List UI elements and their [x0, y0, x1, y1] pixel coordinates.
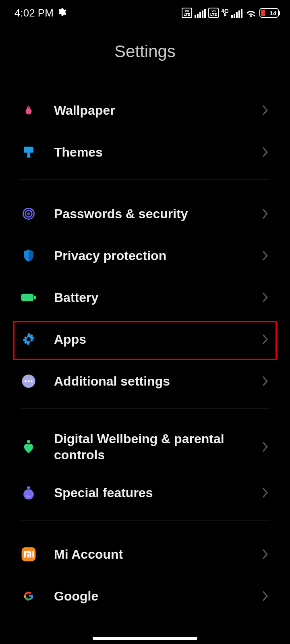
row-label: Passwords & security: [54, 206, 260, 222]
svg-point-9: [27, 337, 31, 341]
row-label: Digital Wellbeing & parental controls: [54, 431, 260, 463]
svg-rect-1: [24, 147, 33, 153]
row-google[interactable]: Google: [0, 575, 290, 617]
row-label: Wallpaper: [54, 102, 260, 118]
svg-point-14: [27, 440, 31, 444]
row-label: Additional settings: [54, 373, 260, 389]
home-indicator[interactable]: [93, 637, 197, 640]
chevron-right-icon: [260, 209, 270, 219]
flask-icon: [20, 484, 37, 501]
chevron-right-icon: [260, 488, 270, 497]
signal-bars-icon: [195, 8, 206, 18]
row-special[interactable]: Special features: [0, 472, 290, 514]
gear-icon: [20, 331, 37, 348]
status-left: 4:02 PM: [14, 7, 66, 19]
svg-point-16: [23, 489, 34, 500]
row-label: Special features: [54, 485, 260, 501]
row-label: Battery: [54, 289, 260, 305]
row-label: Mi Account: [54, 546, 260, 562]
battery-icon: 14: [259, 8, 279, 18]
svg-rect-3: [27, 156, 31, 158]
chevron-right-icon: [260, 591, 270, 601]
row-label: Themes: [54, 144, 260, 160]
status-right: VoLTE VoLTE 4G⇅ 14: [182, 8, 279, 18]
chevron-right-icon: [260, 105, 270, 115]
row-battery[interactable]: Battery: [0, 277, 290, 318]
divider: [20, 520, 270, 520]
fingerprint-icon: [20, 205, 37, 222]
row-label: Google: [54, 588, 260, 604]
page-title: Settings: [0, 42, 290, 61]
signal-bars-2-icon: [231, 8, 242, 18]
svg-rect-15: [27, 486, 31, 489]
divider: [20, 180, 270, 180]
svg-point-6: [27, 213, 30, 215]
network-label: 4G: [221, 9, 229, 13]
network-4g-icon: 4G⇅: [221, 9, 229, 17]
row-privacy[interactable]: Privacy protection: [0, 235, 290, 277]
row-wallpaper[interactable]: Wallpaper: [0, 89, 290, 131]
settings-list: Wallpaper Themes Passwords & security Pr…: [0, 89, 290, 617]
row-apps[interactable]: Apps: [0, 318, 290, 360]
svg-point-17: [27, 495, 28, 497]
chevron-right-icon: [260, 293, 270, 302]
svg-point-11: [25, 380, 27, 382]
row-label: Apps: [54, 331, 260, 347]
wifi-icon: [245, 8, 257, 18]
clock-text: 4:02 PM: [14, 7, 54, 19]
row-passwords[interactable]: Passwords & security: [0, 193, 290, 235]
chevron-right-icon: [260, 334, 270, 344]
chevron-right-icon: [260, 147, 270, 157]
battery-percent-text: 14: [269, 10, 276, 17]
row-themes[interactable]: Themes: [0, 131, 290, 173]
divider: [20, 409, 270, 409]
svg-point-13: [31, 380, 33, 382]
status-bar: 4:02 PM VoLTE VoLTE 4G⇅ 14: [0, 0, 290, 26]
heart-person-icon: [20, 438, 37, 455]
shield-icon: [20, 247, 37, 264]
row-label: Privacy protection: [54, 248, 260, 264]
row-wellbeing[interactable]: Digital Wellbeing & parental controls: [0, 422, 290, 472]
svg-rect-2: [27, 153, 30, 156]
volte-icon-2: VoLTE: [208, 8, 219, 18]
row-miaccount[interactable]: Mi Account: [0, 533, 290, 575]
svg-point-18: [29, 496, 31, 497]
mi-icon: [20, 546, 37, 563]
google-icon: [20, 588, 37, 605]
battery-icon: [20, 289, 37, 306]
chevron-right-icon: [260, 442, 270, 452]
dots-icon: [20, 373, 37, 390]
svg-point-12: [28, 380, 30, 382]
row-additional[interactable]: Additional settings: [0, 360, 290, 402]
svg-rect-8: [34, 295, 36, 299]
settings-gear-icon: [58, 7, 66, 19]
volte-icon: VoLTE: [182, 8, 192, 18]
chevron-right-icon: [260, 376, 270, 386]
chevron-right-icon: [260, 549, 270, 559]
flower-icon: [20, 102, 37, 119]
brush-icon: [20, 144, 37, 161]
svg-rect-7: [21, 294, 34, 301]
chevron-right-icon: [260, 251, 270, 260]
